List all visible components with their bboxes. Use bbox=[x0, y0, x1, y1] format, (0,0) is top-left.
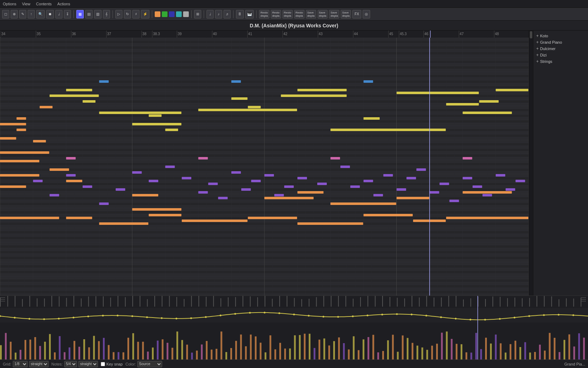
separator-2 bbox=[112, 10, 113, 18]
btn-resto4[interactable]: Restodispla bbox=[294, 10, 304, 18]
tool-quantize[interactable]: ⊞ bbox=[194, 10, 201, 18]
tool-loop[interactable]: ↻ bbox=[124, 10, 131, 18]
instrument-strings-label: Strings bbox=[540, 59, 552, 64]
menu-view[interactable]: View bbox=[22, 2, 31, 6]
instrument-grand-piano[interactable]: + Grand Piano bbox=[536, 40, 585, 45]
tool-magnet[interactable]: ⊕ bbox=[11, 10, 18, 18]
menu-actions[interactable]: Actions bbox=[57, 2, 70, 6]
separator-6 bbox=[233, 10, 233, 18]
tool-select[interactable]: ◻ bbox=[2, 10, 9, 18]
btn-save3[interactable]: Savedispla bbox=[329, 10, 339, 18]
btn-save4[interactable]: Savedispla bbox=[341, 10, 351, 18]
view-color3[interactable] bbox=[169, 11, 175, 17]
separator-3 bbox=[152, 10, 152, 18]
separator-7 bbox=[256, 10, 257, 18]
btn-resto1[interactable]: Restodispla bbox=[259, 10, 269, 18]
view-color1[interactable] bbox=[155, 11, 160, 17]
tool-velocity[interactable]: 🎚 bbox=[236, 10, 244, 18]
notes-group: Notes: 5/4 4/4 3/4 straight triplet bbox=[51, 361, 98, 367]
plus-icon-5: + bbox=[536, 59, 539, 64]
separator-1 bbox=[73, 10, 74, 18]
notes-value-select[interactable]: 5/4 4/4 3/4 bbox=[64, 361, 77, 367]
view-color5[interactable] bbox=[183, 11, 189, 17]
grid-label: Grid: bbox=[3, 362, 11, 366]
grid-type-select[interactable]: straight triplet dotted bbox=[29, 361, 49, 367]
instrument-dizi[interactable]: + Dizi bbox=[536, 53, 585, 58]
separator-4 bbox=[191, 10, 192, 18]
plus-icon-4: + bbox=[536, 53, 539, 58]
color-value-select[interactable]: Source Instrument Velocity bbox=[137, 361, 162, 367]
tool-upload[interactable]: ↑ bbox=[28, 10, 35, 18]
note-eighth[interactable]: ♪ bbox=[215, 10, 222, 18]
notes-type-select[interactable]: straight triplet bbox=[78, 361, 98, 367]
instrument-koto[interactable]: + Koto bbox=[536, 33, 585, 38]
keysnap-group: Key snap bbox=[101, 362, 123, 366]
tool-import[interactable]: ↧ bbox=[64, 10, 71, 18]
instrument-dulcimer-label: Dulcimer bbox=[540, 47, 555, 51]
tool-pencil[interactable]: ✎ bbox=[19, 10, 26, 18]
btn-save1[interactable]: Savedispla bbox=[306, 10, 316, 18]
instrument-strings[interactable]: + Strings bbox=[536, 59, 585, 64]
instrument-dulcimer[interactable]: + Dulcimer bbox=[536, 46, 585, 51]
tool-play-cursor[interactable]: ▷ bbox=[115, 10, 122, 18]
tool-midi[interactable]: ♩ bbox=[55, 10, 62, 18]
tool-record[interactable]: ⏺ bbox=[46, 10, 54, 18]
grid-group: Grid: 1/8 1/4 1/16 straight triplet dott… bbox=[3, 361, 49, 367]
scrollbar-thumb[interactable] bbox=[530, 31, 532, 38]
tool-piano[interactable]: 🎹 bbox=[245, 10, 254, 18]
instrument-koto-label: Koto bbox=[540, 34, 548, 38]
view-clef[interactable]: 𝄞 bbox=[103, 10, 110, 18]
menu-options[interactable]: Options bbox=[3, 2, 16, 6]
current-instrument-label: Grand Pia... bbox=[564, 362, 585, 366]
status-bar: Grid: 1/8 1/4 1/16 straight triplet dott… bbox=[0, 359, 588, 368]
plus-icon: + bbox=[536, 33, 539, 38]
view-color2[interactable] bbox=[162, 11, 167, 17]
key-snap-checkbox[interactable] bbox=[101, 362, 105, 366]
separator-5 bbox=[204, 10, 204, 18]
view-grid3[interactable]: ▥ bbox=[94, 10, 101, 18]
key-snap-label: Key snap bbox=[106, 362, 123, 366]
view-grid1[interactable]: ▦ bbox=[76, 10, 84, 18]
plus-icon-3: + bbox=[536, 46, 539, 51]
btn-fx[interactable]: FX bbox=[352, 10, 361, 18]
toolbar: ◻ ⊕ ✎ ↑ 🔍 ⏺ ♩ ↧ ▦ ▤ ▥ 𝄞 ▷ ↻ ♯ ⚡ ⊞ ♩ ♪ ♬ … bbox=[0, 8, 588, 21]
velocity-canvas[interactable] bbox=[0, 296, 588, 359]
vertical-scrollbar[interactable] bbox=[529, 31, 533, 296]
btn-extra[interactable]: ◎ bbox=[363, 10, 370, 18]
song-title: D.M. (AsianMix) (Ryusa Works Cover) bbox=[0, 21, 588, 31]
tool-humanize[interactable]: ⚡ bbox=[141, 10, 149, 18]
instrument-panel: + Koto + Grand Piano + Dulcimer + Dizi +… bbox=[533, 31, 588, 296]
btn-resto3[interactable]: Restodispla bbox=[282, 10, 293, 18]
tool-snap-pitch[interactable]: ♯ bbox=[132, 10, 139, 18]
note-sixteenth[interactable]: ♬ bbox=[224, 10, 231, 18]
grid-value-select[interactable]: 1/8 1/4 1/16 bbox=[13, 361, 28, 367]
instrument-grand-piano-label: Grand Piano bbox=[540, 40, 562, 44]
view-color4[interactable] bbox=[176, 11, 182, 17]
title-bar: Options View Contents Actions bbox=[0, 0, 588, 8]
view-grid2[interactable]: ▤ bbox=[85, 10, 93, 18]
menu-contents[interactable]: Contents bbox=[36, 2, 52, 6]
note-grid-canvas[interactable] bbox=[0, 38, 529, 296]
plus-icon-2: + bbox=[536, 40, 539, 45]
tool-search[interactable]: 🔍 bbox=[36, 10, 45, 18]
notes-label: Notes: bbox=[51, 362, 63, 366]
color-label: Color: bbox=[126, 362, 136, 366]
note-quarter[interactable]: ♩ bbox=[207, 10, 214, 18]
btn-save2[interactable]: Savedispla bbox=[318, 10, 328, 18]
color-group: Color: Source Instrument Velocity bbox=[126, 361, 162, 367]
ruler-canvas bbox=[1, 31, 529, 38]
btn-resto2[interactable]: Restodispla bbox=[271, 10, 281, 18]
instrument-dizi-label: Dizi bbox=[540, 53, 546, 57]
